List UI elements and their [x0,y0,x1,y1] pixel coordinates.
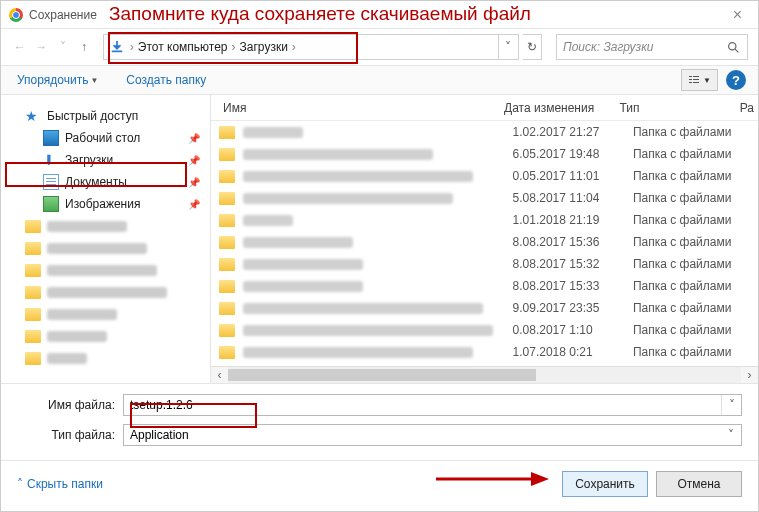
col-size[interactable]: Ра [736,101,758,115]
sidebar-label: Изображения [65,197,140,211]
file-row[interactable]: 9.09.2017 23:35Папка с файлами [211,297,758,319]
filetype-dropdown[interactable]: ˅ [721,428,741,442]
sidebar: ★ Быстрый доступ Рабочий стол 📌 ⬇ Загруз… [1,95,211,383]
col-date[interactable]: Дата изменения [500,101,616,115]
sidebar-item-blurred[interactable] [1,325,210,347]
folder-icon [25,264,41,277]
file-type: Папка с файлами [633,213,758,227]
sidebar-pictures[interactable]: Изображения 📌 [1,193,210,215]
sidebar-documents[interactable]: Документы 📌 [1,171,210,193]
file-date: 8.08.2017 15:36 [513,235,633,249]
file-type: Папка с файлами [633,169,758,183]
file-name-blurred [243,149,433,160]
search-input[interactable] [557,40,719,54]
sidebar-label: Рабочий стол [65,131,140,145]
sidebar-item-blurred[interactable] [1,303,210,325]
breadcrumb-folder[interactable]: Загрузки [238,40,290,54]
file-date: 1.01.2018 21:19 [513,213,633,227]
file-type: Папка с файлами [633,125,758,139]
titlebar: Сохранение × [1,1,758,29]
scrollbar-thumb[interactable] [228,369,536,381]
file-row[interactable]: 1.02.2017 21:27Папка с файлами [211,121,758,143]
filename-field[interactable]: ˅ [123,394,742,416]
file-row[interactable]: 0.05.2017 11:01Папка с файлами [211,165,758,187]
svg-rect-4 [693,76,699,77]
close-button[interactable]: × [725,6,750,24]
col-name[interactable]: Имя [219,101,500,115]
search-icon[interactable] [719,41,747,54]
file-name-blurred [243,193,453,204]
search-box[interactable] [556,34,748,60]
help-button[interactable]: ? [726,70,746,90]
file-name-blurred [243,281,363,292]
folder-icon [25,220,41,233]
horizontal-scrollbar[interactable]: ‹ › [211,366,758,383]
download-icon: ⬇ [43,152,59,168]
file-type: Папка с файлами [633,301,758,315]
navbar: ← → ˅ ↑ › Этот компьютер › Загрузки › ˅ … [1,29,758,65]
file-date: 9.09.2017 23:35 [513,301,633,315]
back-button[interactable]: ← [11,35,28,59]
file-row[interactable]: 6.05.2017 19:48Папка с файлами [211,143,758,165]
svg-rect-6 [693,79,699,80]
sidebar-item-blurred[interactable] [1,259,210,281]
folder-icon [219,324,235,337]
folder-icon [219,126,235,139]
file-row[interactable]: 8.08.2017 15:32Папка с файлами [211,253,758,275]
columns-header: Имя Дата изменения Тип Ра [211,95,758,121]
sidebar-item-blurred[interactable] [1,281,210,303]
sidebar-downloads[interactable]: ⬇ Загрузки 📌 [1,149,210,171]
file-row[interactable]: 1.01.2018 21:19Папка с файлами [211,209,758,231]
file-row[interactable]: 0.08.2017 1:10Папка с файлами [211,319,758,341]
refresh-button[interactable]: ↻ [523,34,542,60]
folder-icon [219,280,235,293]
file-date: 6.05.2017 19:48 [513,147,633,161]
file-type: Папка с файлами [633,323,758,337]
file-date: 5.08.2017 11:04 [513,191,633,205]
sidebar-item-blurred[interactable] [1,347,210,369]
sidebar-desktop[interactable]: Рабочий стол 📌 [1,127,210,149]
filename-input[interactable] [124,398,721,412]
address-dropdown[interactable]: ˅ [498,35,518,59]
address-bar[interactable]: › Этот компьютер › Загрузки › ˅ [103,34,519,60]
desktop-icon [43,130,59,146]
file-row[interactable]: 8.08.2017 15:33Папка с файлами [211,275,758,297]
file-name-blurred [243,325,493,336]
file-name-blurred [243,127,303,138]
scroll-left[interactable]: ‹ [211,367,228,384]
new-folder-button[interactable]: Создать папку [122,73,210,87]
sidebar-item-blurred[interactable] [1,215,210,237]
filename-dropdown[interactable]: ˅ [721,395,741,415]
chevron-up-icon: ˄ [17,477,23,491]
chrome-icon [9,8,23,22]
file-type: Папка с файлами [633,345,758,359]
save-button[interactable]: Сохранить [562,471,648,497]
folder-icon [219,346,235,359]
forward-button[interactable]: → [32,35,49,59]
recent-button[interactable]: ˅ [54,35,71,59]
pin-icon: 📌 [188,155,200,166]
breadcrumb-root[interactable]: Этот компьютер [136,40,230,54]
hide-folders-button[interactable]: ˄ Скрыть папки [17,477,103,491]
filename-label: Имя файла: [17,398,123,412]
filetype-select[interactable]: Application ˅ [123,424,742,446]
sidebar-item-blurred[interactable] [1,237,210,259]
scroll-right[interactable]: › [741,367,758,384]
file-row[interactable]: 5.08.2017 11:04Папка с файлами [211,187,758,209]
organize-button[interactable]: Упорядочить▼ [13,73,102,87]
folder-icon [219,148,235,161]
document-icon [43,174,59,190]
view-button[interactable]: ▼ [681,69,718,91]
up-button[interactable]: ↑ [75,35,92,59]
cancel-button[interactable]: Отмена [656,471,742,497]
folder-icon [25,330,41,343]
window-title: Сохранение [29,8,97,22]
file-row[interactable]: 8.08.2017 15:36Папка с файлами [211,231,758,253]
file-type: Папка с файлами [633,235,758,249]
file-row[interactable]: 1.07.2018 0:21Папка с файлами [211,341,758,361]
folder-icon [219,170,235,183]
sidebar-quick-access[interactable]: ★ Быстрый доступ [1,105,210,127]
col-type[interactable]: Тип [616,101,736,115]
file-name-blurred [243,259,363,270]
file-type: Папка с файлами [633,279,758,293]
